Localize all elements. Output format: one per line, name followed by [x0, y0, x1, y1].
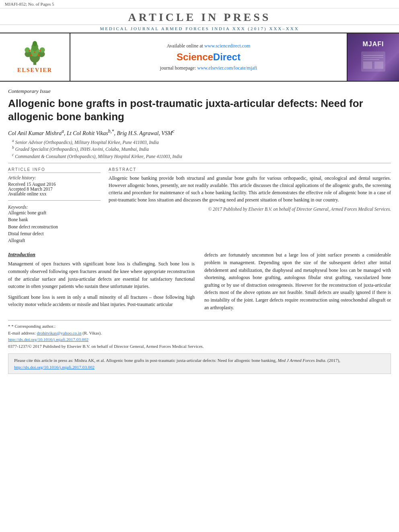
sciencedirect-logo: ScienceDirect — [177, 51, 241, 63]
sup-c: c — [173, 129, 175, 134]
keywords-section: Keywords: Allogenic bone graft Bone bank… — [8, 205, 101, 244]
footnote-section: * * Corresponding author.: E-mail addres… — [8, 320, 391, 349]
keyword-2: Bone bank — [8, 216, 101, 223]
affiliation-b: b Graded Specialist (Orthopaedics), INHS… — [8, 145, 391, 152]
header-center: Available online at www.sciencedirect.co… — [70, 33, 347, 81]
body-left-col: Introduction Management of open fracture… — [8, 251, 195, 314]
svg-rect-19 — [374, 62, 383, 69]
author-email[interactable]: drohitvikas@yahoo.co.in — [37, 331, 81, 335]
svg-rect-18 — [363, 62, 372, 69]
main-content: Contemporary Issue Allogenic bone grafts… — [0, 82, 399, 378]
divider-2 — [8, 200, 101, 201]
intro-para-2: Significant bone loss is seen in only a … — [8, 294, 195, 308]
elsevier-logo-box: ELSEVIER — [0, 33, 70, 81]
available-online-text: Available online at www.sciencedirect.co… — [167, 43, 251, 49]
abstract-col: ABSTRACT Allogenic bone banking provide … — [109, 167, 391, 244]
info-abstract-row: ARTICLE INFO Article history: Received 1… — [8, 167, 391, 244]
article-in-press-banner: ARTICLE IN PRESS — [0, 8, 399, 25]
copyright-line: 0377-1237/© 2017 Published by Elsevier B… — [8, 343, 391, 350]
intro-para-1: Management of open fractures with signif… — [8, 260, 195, 290]
aip-title: ARTICLE IN PRESS — [0, 11, 399, 24]
svg-point-9 — [30, 54, 32, 56]
svg-point-4 — [33, 41, 37, 46]
keyword-5: Allograft — [8, 237, 101, 244]
doi-link[interactable]: http://dx.doi.org/10.1016/j.mjafi.2017.0… — [8, 337, 88, 342]
article-info-col: ARTICLE INFO Article history: Received 1… — [8, 167, 101, 244]
svg-point-12 — [29, 50, 31, 51]
manuscript-id: MJAFI-852; No. of Pages 5 — [5, 2, 54, 6]
authors-line: Col Anil Kumar Mishraa, Lt Col Rohit Vik… — [8, 129, 391, 137]
doi-line: http://dx.doi.org/10.1016/j.mjafi.2017.0… — [8, 336, 391, 343]
introduction-title: Introduction — [8, 251, 195, 258]
elsevier-tree-icon — [20, 41, 50, 67]
article-info-header: ARTICLE INFO — [8, 167, 101, 173]
journal-homepage-link[interactable]: www.elsevier.com/locate/mjafi — [197, 65, 257, 71]
svg-point-13 — [39, 50, 41, 51]
keywords-label: Keywords: — [8, 205, 101, 210]
abstract-copyright: © 2017 Published by Elsevier B.V. on beh… — [109, 207, 391, 212]
elsevier-label: ELSEVIER — [17, 67, 52, 74]
journal-name-bar: MEDICAL JOURNAL ARMED FORCES INDIA XXX (… — [0, 25, 399, 33]
article-title: Allogenic bone grafts in post-traumatic … — [8, 97, 391, 123]
divider — [8, 163, 391, 163]
body-right-col: defects are fortunately uncommon but a l… — [204, 251, 391, 314]
section-label: Contemporary Issue — [8, 88, 391, 94]
sup-a: a — [62, 129, 64, 134]
email-line: E-mail address: drohitvikas@yahoo.co.in … — [8, 330, 391, 337]
journal-homepage: journal homepage: www.elsevier.com/locat… — [160, 65, 257, 71]
keyword-4: Distal femur defect — [8, 230, 101, 237]
svg-point-10 — [37, 54, 39, 56]
abstract-text: Allogenic bone banking provide both stru… — [109, 175, 391, 203]
body-section: Introduction Management of open fracture… — [8, 251, 391, 314]
sciencedirect-url[interactable]: www.sciencedirect.com — [204, 43, 251, 49]
citation-doi-link[interactable]: http://dx.doi.org/10.1016/j.mjafi.2017.0… — [14, 365, 95, 370]
cover-image-icon — [359, 49, 387, 74]
mjafi-cover-text: MJAFI — [363, 41, 384, 48]
keyword-3: Bone defect reconstruction — [8, 224, 101, 230]
journal-cover-box: MJAFI — [347, 33, 399, 81]
accepted-date: Accepted 8 March 2017 — [8, 187, 101, 191]
header-info-row: ELSEVIER Available online at www.science… — [0, 33, 399, 82]
available-online: Available online xxx — [8, 191, 101, 196]
intro-para-right-1: defects are fortunately uncommon but a l… — [204, 251, 391, 311]
sup-b: b,* — [108, 129, 114, 134]
citation-text: Please cite this article in press as: Mi… — [14, 358, 340, 363]
corresponding-star: * — [8, 324, 10, 329]
abstract-header: ABSTRACT — [109, 167, 391, 173]
history-label: Article history: — [8, 175, 101, 180]
keyword-1: Allogenic bone graft — [8, 210, 101, 216]
journal-cover: MJAFI — [348, 33, 399, 81]
top-bar: MJAFI-852; No. of Pages 5 — [0, 0, 399, 8]
affiliation-a: a Senior Advisor (Orthopaedics), Militar… — [8, 138, 391, 145]
received-date: Received 15 August 2016 — [8, 182, 101, 187]
svg-point-8 — [40, 47, 45, 52]
body-two-col: Introduction Management of open fracture… — [8, 251, 391, 314]
svg-point-11 — [34, 51, 36, 53]
svg-point-6 — [25, 47, 30, 52]
citation-box: Please cite this article in press as: Mi… — [8, 353, 391, 374]
corresponding-author-line: * * Corresponding author.: — [8, 323, 391, 330]
affiliation-c: c Commandant & Consultant (Orthopaedics)… — [8, 152, 391, 159]
